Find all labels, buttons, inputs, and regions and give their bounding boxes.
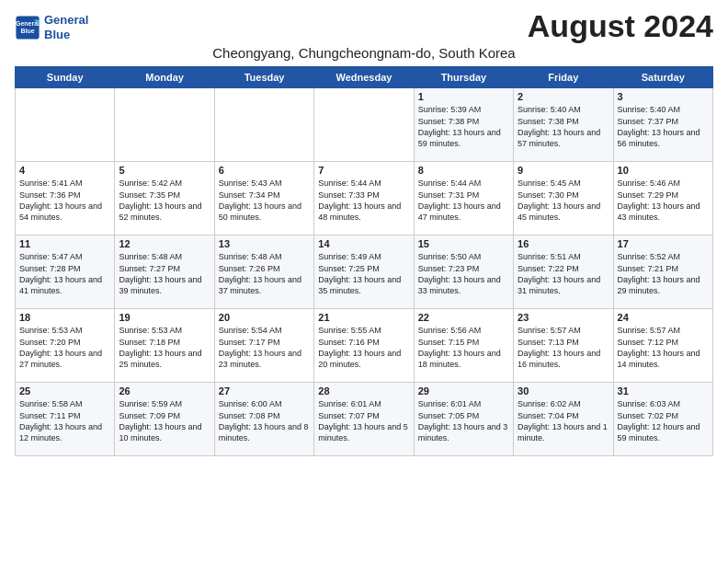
cell-content: Sunrise: 5:55 AM Sunset: 7:16 PM Dayligh… xyxy=(318,325,409,370)
week-row-3: 11Sunrise: 5:47 AM Sunset: 7:28 PM Dayli… xyxy=(16,236,713,309)
cell-content: Sunrise: 5:54 AM Sunset: 7:17 PM Dayligh… xyxy=(219,325,310,370)
cell-w2-d1: 4Sunrise: 5:41 AM Sunset: 7:36 PM Daylig… xyxy=(16,162,115,236)
week-row-2: 4Sunrise: 5:41 AM Sunset: 7:36 PM Daylig… xyxy=(16,162,713,236)
day-number: 3 xyxy=(618,91,709,102)
day-number: 27 xyxy=(219,385,310,396)
cell-content: Sunrise: 5:51 AM Sunset: 7:22 PM Dayligh… xyxy=(518,251,609,296)
cell-w4-d3: 20Sunrise: 5:54 AM Sunset: 7:17 PM Dayli… xyxy=(214,309,313,383)
cell-w3-d4: 14Sunrise: 5:49 AM Sunset: 7:25 PM Dayli… xyxy=(314,236,414,309)
day-number: 13 xyxy=(219,238,310,249)
cell-content: Sunrise: 5:48 AM Sunset: 7:27 PM Dayligh… xyxy=(119,251,210,296)
cell-w1-d2 xyxy=(115,88,214,162)
week-row-4: 18Sunrise: 5:53 AM Sunset: 7:20 PM Dayli… xyxy=(16,309,713,383)
day-number: 18 xyxy=(19,312,110,323)
cell-w4-d2: 19Sunrise: 5:53 AM Sunset: 7:18 PM Dayli… xyxy=(115,309,214,383)
calendar-body: 1Sunrise: 5:39 AM Sunset: 7:38 PM Daylig… xyxy=(16,88,713,456)
cell-w1-d3 xyxy=(214,88,313,162)
day-number: 12 xyxy=(119,238,210,249)
day-number: 23 xyxy=(518,312,609,323)
cell-w4-d1: 18Sunrise: 5:53 AM Sunset: 7:20 PM Dayli… xyxy=(16,309,115,383)
day-number: 19 xyxy=(119,312,210,323)
logo-text: General Blue xyxy=(44,13,88,41)
cell-w4-d6: 23Sunrise: 5:57 AM Sunset: 7:13 PM Dayli… xyxy=(514,309,613,383)
cell-w4-d7: 24Sunrise: 5:57 AM Sunset: 7:12 PM Dayli… xyxy=(613,309,712,383)
cell-content: Sunrise: 5:48 AM Sunset: 7:26 PM Dayligh… xyxy=(219,251,310,296)
cell-w5-d2: 26Sunrise: 5:59 AM Sunset: 7:09 PM Dayli… xyxy=(115,383,214,456)
top-row: General Blue General Blue August 2024 xyxy=(15,9,713,43)
day-number: 17 xyxy=(618,238,709,249)
cell-content: Sunrise: 5:50 AM Sunset: 7:23 PM Dayligh… xyxy=(418,251,509,296)
cell-w5-d6: 30Sunrise: 6:02 AM Sunset: 7:04 PM Dayli… xyxy=(514,383,613,456)
cell-content: Sunrise: 5:53 AM Sunset: 7:20 PM Dayligh… xyxy=(19,325,110,370)
cell-w3-d5: 15Sunrise: 5:50 AM Sunset: 7:23 PM Dayli… xyxy=(414,236,513,309)
col-thursday: Thursday xyxy=(414,67,513,88)
day-number: 14 xyxy=(318,238,409,249)
day-number: 31 xyxy=(618,385,709,396)
col-tuesday: Tuesday xyxy=(214,67,313,88)
day-number: 8 xyxy=(418,165,509,176)
day-number: 2 xyxy=(518,91,609,102)
page: General Blue General Blue August 2024 Ch… xyxy=(0,0,728,465)
logo-line1: General xyxy=(44,13,88,28)
day-number: 26 xyxy=(119,385,210,396)
cell-content: Sunrise: 6:02 AM Sunset: 7:04 PM Dayligh… xyxy=(518,398,609,443)
week-row-5: 25Sunrise: 5:58 AM Sunset: 7:11 PM Dayli… xyxy=(16,383,713,456)
cell-content: Sunrise: 5:57 AM Sunset: 7:12 PM Dayligh… xyxy=(618,325,709,370)
cell-w2-d6: 9Sunrise: 5:45 AM Sunset: 7:30 PM Daylig… xyxy=(514,162,613,236)
cell-content: Sunrise: 6:01 AM Sunset: 7:05 PM Dayligh… xyxy=(418,398,509,443)
day-number: 9 xyxy=(518,165,609,176)
day-number: 15 xyxy=(418,238,509,249)
cell-content: Sunrise: 5:42 AM Sunset: 7:35 PM Dayligh… xyxy=(119,178,210,223)
calendar-table: Sunday Monday Tuesday Wednesday Thursday… xyxy=(15,66,713,456)
cell-content: Sunrise: 5:45 AM Sunset: 7:30 PM Dayligh… xyxy=(518,178,609,223)
cell-w2-d2: 5Sunrise: 5:42 AM Sunset: 7:35 PM Daylig… xyxy=(115,162,214,236)
cell-w1-d6: 2Sunrise: 5:40 AM Sunset: 7:38 PM Daylig… xyxy=(514,88,613,162)
cell-content: Sunrise: 6:00 AM Sunset: 7:08 PM Dayligh… xyxy=(219,398,310,443)
day-number: 25 xyxy=(19,385,110,396)
cell-content: Sunrise: 5:40 AM Sunset: 7:38 PM Dayligh… xyxy=(518,104,609,149)
cell-content: Sunrise: 5:43 AM Sunset: 7:34 PM Dayligh… xyxy=(219,178,310,223)
day-number: 1 xyxy=(418,91,509,102)
cell-w5-d1: 25Sunrise: 5:58 AM Sunset: 7:11 PM Dayli… xyxy=(16,383,115,456)
cell-w5-d4: 28Sunrise: 6:01 AM Sunset: 7:07 PM Dayli… xyxy=(314,383,414,456)
cell-content: Sunrise: 5:41 AM Sunset: 7:36 PM Dayligh… xyxy=(19,178,110,223)
cell-w1-d5: 1Sunrise: 5:39 AM Sunset: 7:38 PM Daylig… xyxy=(414,88,513,162)
cell-content: Sunrise: 5:49 AM Sunset: 7:25 PM Dayligh… xyxy=(318,251,409,296)
cell-w3-d3: 13Sunrise: 5:48 AM Sunset: 7:26 PM Dayli… xyxy=(214,236,313,309)
day-number: 20 xyxy=(219,312,310,323)
day-number: 24 xyxy=(618,312,709,323)
day-number: 22 xyxy=(418,312,509,323)
cell-content: Sunrise: 5:39 AM Sunset: 7:38 PM Dayligh… xyxy=(418,104,509,149)
month-title: August 2024 xyxy=(528,9,713,43)
cell-content: Sunrise: 5:46 AM Sunset: 7:29 PM Dayligh… xyxy=(618,178,709,223)
cell-content: Sunrise: 5:56 AM Sunset: 7:15 PM Dayligh… xyxy=(418,325,509,370)
cell-w3-d1: 11Sunrise: 5:47 AM Sunset: 7:28 PM Dayli… xyxy=(16,236,115,309)
cell-w2-d5: 8Sunrise: 5:44 AM Sunset: 7:31 PM Daylig… xyxy=(414,162,513,236)
logo: General Blue General Blue xyxy=(15,13,88,41)
cell-content: Sunrise: 5:59 AM Sunset: 7:09 PM Dayligh… xyxy=(119,398,210,443)
logo-line2: Blue xyxy=(44,28,88,42)
day-number: 11 xyxy=(19,238,110,249)
calendar-header-row: Sunday Monday Tuesday Wednesday Thursday… xyxy=(16,67,713,88)
day-number: 28 xyxy=(318,385,409,396)
cell-w4-d5: 22Sunrise: 5:56 AM Sunset: 7:15 PM Dayli… xyxy=(414,309,513,383)
day-number: 21 xyxy=(318,312,409,323)
cell-w3-d7: 17Sunrise: 5:52 AM Sunset: 7:21 PM Dayli… xyxy=(613,236,712,309)
col-wednesday: Wednesday xyxy=(314,67,414,88)
col-saturday: Saturday xyxy=(613,67,712,88)
cell-w2-d3: 6Sunrise: 5:43 AM Sunset: 7:34 PM Daylig… xyxy=(214,162,313,236)
cell-w5-d3: 27Sunrise: 6:00 AM Sunset: 7:08 PM Dayli… xyxy=(214,383,313,456)
cell-content: Sunrise: 5:44 AM Sunset: 7:33 PM Dayligh… xyxy=(318,178,409,223)
cell-w1-d7: 3Sunrise: 5:40 AM Sunset: 7:37 PM Daylig… xyxy=(613,88,712,162)
cell-content: Sunrise: 5:57 AM Sunset: 7:13 PM Dayligh… xyxy=(518,325,609,370)
cell-w2-d4: 7Sunrise: 5:44 AM Sunset: 7:33 PM Daylig… xyxy=(314,162,414,236)
cell-w2-d7: 10Sunrise: 5:46 AM Sunset: 7:29 PM Dayli… xyxy=(613,162,712,236)
cell-content: Sunrise: 5:52 AM Sunset: 7:21 PM Dayligh… xyxy=(618,251,709,296)
day-number: 6 xyxy=(219,165,310,176)
day-number: 4 xyxy=(19,165,110,176)
day-number: 5 xyxy=(119,165,210,176)
cell-w5-d7: 31Sunrise: 6:03 AM Sunset: 7:02 PM Dayli… xyxy=(613,383,712,456)
cell-w1-d1 xyxy=(16,88,115,162)
day-number: 29 xyxy=(418,385,509,396)
svg-text:Blue: Blue xyxy=(20,27,34,33)
